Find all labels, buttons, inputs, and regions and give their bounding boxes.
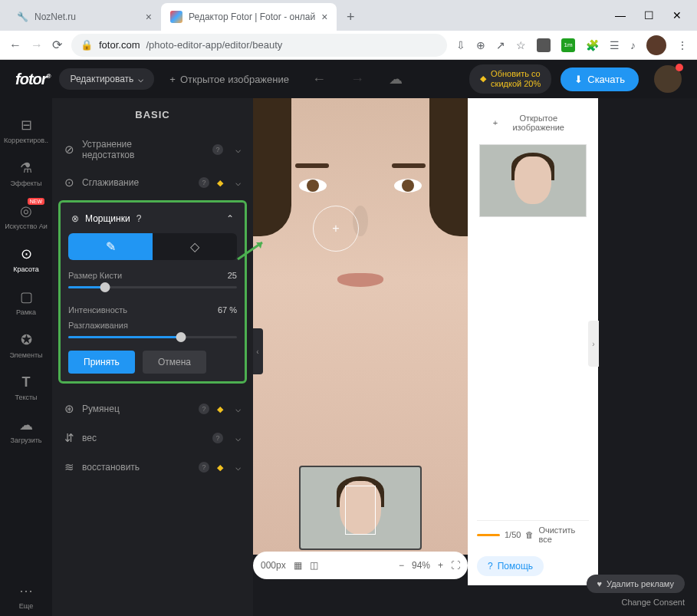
sidebar-item-text[interactable]: TТексты — [3, 368, 49, 407]
extension-icon[interactable] — [537, 38, 551, 52]
brush-erase-tab[interactable]: ◇ — [153, 233, 237, 260]
restore-icon: ≋ — [64, 460, 74, 474]
image-thumbnail[interactable] — [479, 144, 587, 217]
edit-dropdown[interactable]: Редактировать ⌵ — [59, 68, 154, 90]
browser-tab-fotor[interactable]: Редактор Fotor | Fotor - онлай × — [161, 3, 337, 31]
extension-badge-icon[interactable]: 1m — [561, 38, 575, 52]
help-button[interactable]: ? Помощь — [477, 556, 544, 576]
eraser-icon: ◇ — [190, 239, 199, 254]
brush-draw-tab[interactable]: ✎ — [68, 233, 153, 260]
promo-line: Обновить со — [491, 69, 541, 79]
tools-panel: BASIC ⊘ Устранение недостатков ? ⌵ ⊙ Сгл… — [52, 98, 253, 616]
trash-icon[interactable]: 🗑 — [525, 530, 534, 539]
star-icon: ✪ — [21, 331, 32, 348]
intensity-slider: Интенсивность 67 % Разглаживания — [68, 305, 237, 338]
close-icon[interactable]: × — [321, 11, 327, 23]
fotor-logo[interactable]: fotor® — [15, 71, 50, 88]
help-icon[interactable]: ? — [136, 213, 142, 224]
url-host: fotor.com — [99, 39, 140, 51]
sidebar-item-upload[interactable]: ☁Загрузить — [3, 410, 49, 450]
slider-label: Размер Кисти — [68, 271, 122, 280]
minimap-viewport[interactable] — [345, 486, 376, 535]
help-icon[interactable]: ? — [212, 433, 223, 443]
help-icon[interactable]: ? — [199, 404, 209, 414]
slider-thumb[interactable] — [100, 282, 110, 292]
menuitem-label: Загрузить — [10, 436, 41, 444]
minimize-icon[interactable]: — — [615, 9, 626, 21]
share-icon[interactable]: ↗ — [496, 39, 505, 51]
zoom-icon[interactable]: ⊕ — [476, 39, 485, 51]
sidebar-item-effects[interactable]: ⚗Эффекты — [3, 153, 49, 193]
new-tab-button[interactable]: + — [340, 6, 361, 28]
left-sidebar: ⊟Корректиров.. ⚗Эффекты NEW◎Искусство Аи… — [0, 98, 52, 616]
sidebar-item-adjust[interactable]: ⊟Корректиров.. — [3, 110, 49, 150]
back-icon[interactable]: ← — [9, 38, 21, 52]
canvas[interactable]: ‹ — [253, 98, 468, 555]
sidebar-item-more[interactable]: ⋯Еще — [3, 576, 49, 616]
upgrade-promo[interactable]: ◆ Обновить со скидкой 20% — [469, 64, 551, 94]
install-icon[interactable]: ⇩ — [456, 39, 465, 51]
fullscreen-icon[interactable]: ⛶ — [451, 560, 460, 571]
tool-restore[interactable]: ≋ восстановить ? ◆ ⌵ — [52, 453, 253, 482]
remove-ads-button[interactable]: ♥ Удалить рекламу — [587, 575, 685, 593]
button-label: Открытое изображение — [180, 74, 289, 85]
collapse-panel-handle[interactable]: ‹ — [253, 328, 263, 374]
layers-icon[interactable]: ◫ — [310, 560, 318, 571]
url-path: /photo-editor-app/editor/beauty — [146, 39, 282, 51]
sidebar-item-elements[interactable]: ✪Элементы — [3, 325, 49, 365]
slider-thumb[interactable] — [176, 332, 186, 342]
star-icon[interactable]: ☆ — [516, 39, 526, 51]
tool-blush[interactable]: ⊛ Румянец ? ◆ ⌵ — [52, 394, 253, 423]
tool-smooth[interactable]: ⊙ Сглаживание ? ◆ ⌵ — [52, 168, 253, 197]
browser-tab-noznet[interactable]: 🔧 NozNet.ru × — [8, 3, 161, 31]
close-icon[interactable]: × — [146, 11, 152, 23]
download-button[interactable]: ⬇ Скачать — [561, 68, 639, 91]
fotor-favicon-icon — [170, 11, 182, 23]
tool-label: Морщинки — [85, 213, 130, 224]
tool-wrinkles-header[interactable]: ⊗ Морщинки ? ⌃ — [68, 210, 237, 233]
ai-icon: ◎ — [20, 203, 32, 219]
menu-icon[interactable]: ⋮ — [677, 39, 688, 51]
help-icon[interactable]: ? — [212, 144, 223, 155]
media-icon[interactable]: ♪ — [630, 39, 636, 51]
tool-label: Устранение недостатков — [82, 139, 205, 160]
cloud-icon[interactable]: ☁ — [381, 71, 410, 87]
chevron-down-icon: ⌵ — [235, 433, 241, 443]
sidebar-item-ai[interactable]: NEW◎Искусство Аи — [3, 196, 49, 236]
zoom-in-icon[interactable]: + — [438, 560, 443, 571]
forward-icon[interactable]: → — [31, 38, 43, 52]
sidebar-item-beauty[interactable]: ⊙Красота — [3, 239, 49, 279]
add-image-button[interactable]: + Открытое изображение — [477, 107, 589, 138]
user-avatar[interactable] — [654, 65, 682, 93]
maximize-icon[interactable]: ☐ — [644, 9, 654, 21]
undo-icon[interactable]: ← — [304, 71, 334, 87]
close-icon[interactable]: ✕ — [672, 9, 682, 21]
open-image-button[interactable]: + Открытое изображение — [163, 74, 295, 85]
reading-list-icon[interactable]: ☰ — [610, 39, 620, 51]
sidebar-item-frame[interactable]: ▢Рамка — [3, 282, 49, 322]
image-counter: 1/50 — [505, 530, 521, 539]
slider-track[interactable] — [68, 336, 237, 338]
tool-blemish[interactable]: ⊘ Устранение недостатков ? ⌵ — [52, 131, 253, 168]
help-icon[interactable]: ? — [199, 177, 209, 188]
address-bar[interactable]: 🔒 fotor.com /photo-editor-app/editor/bea… — [71, 34, 447, 57]
help-icon: ? — [488, 561, 493, 572]
image-icon[interactable]: ▦ — [294, 560, 302, 571]
reload-icon[interactable]: ⟳ — [52, 38, 62, 52]
profile-avatar[interactable] — [646, 35, 666, 55]
help-icon[interactable]: ? — [199, 462, 209, 473]
slider-track[interactable] — [68, 286, 237, 288]
expand-panel-handle[interactable]: › — [588, 321, 599, 367]
extensions-icon[interactable]: 🧩 — [586, 39, 599, 51]
minimap[interactable] — [299, 466, 422, 550]
wrinkles-icon: ⊗ — [71, 213, 79, 224]
tool-weight[interactable]: ⇵ вес ? ⌵ — [52, 423, 253, 453]
zoom-out-icon[interactable]: − — [399, 560, 404, 571]
redo-icon[interactable]: → — [343, 71, 372, 87]
accept-button[interactable]: Принять — [68, 351, 135, 374]
cancel-button[interactable]: Отмена — [143, 351, 206, 374]
menuitem-label: Красота — [13, 265, 39, 273]
zoom-value: 94% — [412, 560, 430, 571]
clear-all-button[interactable]: Очистить все — [538, 525, 589, 544]
consent-link[interactable]: Change Consent — [587, 598, 685, 607]
